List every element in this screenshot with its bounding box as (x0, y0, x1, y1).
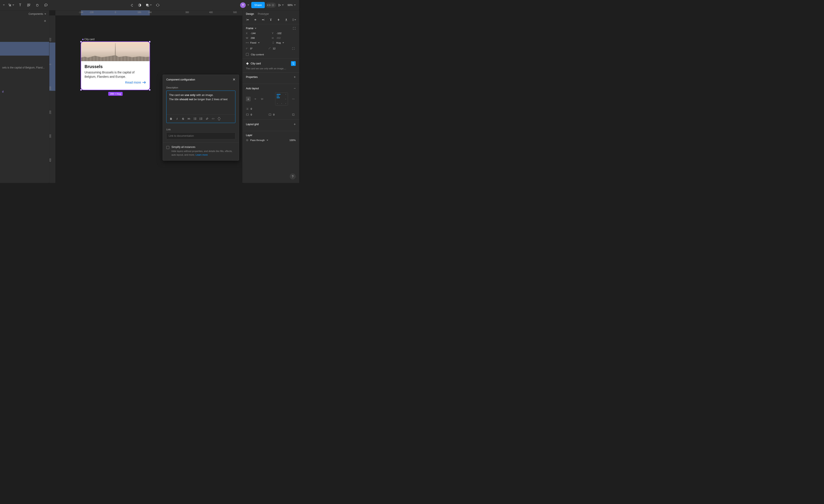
alignment-grid[interactable] (275, 93, 288, 105)
component-icon (246, 62, 249, 65)
move-tool[interactable] (7, 1, 15, 9)
component-tool[interactable] (127, 1, 135, 9)
x-field[interactable]: X-144 (246, 32, 270, 34)
simplify-label: Simplify all instances (172, 145, 235, 148)
bullet-list-button[interactable] (192, 116, 198, 121)
layer-text-row[interactable]: sels is the capital of Belgium, Fland... (0, 64, 49, 71)
code-button[interactable] (210, 116, 216, 121)
svg-rect-0 (27, 4, 28, 5)
align-right-icon[interactable] (261, 18, 265, 22)
layer-row[interactable] (0, 49, 49, 56)
help-button[interactable]: ? (290, 174, 296, 180)
resources-tool[interactable] (25, 1, 33, 9)
align-vcenter-icon[interactable] (276, 18, 281, 22)
present-button[interactable] (277, 1, 285, 9)
svg-point-12 (194, 118, 194, 119)
resize-handle[interactable] (80, 89, 82, 91)
radius-field[interactable]: 12 (269, 47, 289, 50)
italic-button[interactable]: I (174, 116, 180, 121)
description-label: Description (166, 86, 235, 89)
add-page-button[interactable]: + (44, 19, 46, 23)
simplify-help-text: Hide layers without properties, and deta… (172, 149, 235, 157)
heading-button[interactable]: H1 (186, 116, 192, 121)
dev-mode-toggle[interactable] (266, 3, 276, 8)
direction-vertical-button[interactable] (246, 97, 250, 101)
bold-button[interactable]: B (168, 116, 174, 121)
padding-h-field[interactable]: 0 (246, 113, 266, 116)
simplify-checkbox[interactable] (166, 146, 169, 149)
resize-handle[interactable] (149, 41, 150, 42)
clip-content-label: Clip content (251, 53, 264, 56)
card-title: Brussels (85, 64, 146, 69)
h-mode-dropdown[interactable]: Hug (272, 41, 296, 44)
learn-more-link[interactable]: Learn more (196, 154, 208, 156)
user-avatar: T (240, 2, 246, 8)
frame-name-label[interactable]: City card (81, 38, 94, 41)
ruler-vertical: -102 0 100 200 300 400 (49, 15, 56, 183)
y-field[interactable]: Y-102 (272, 32, 296, 34)
rotation-field[interactable]: 0° (246, 47, 266, 50)
arrow-right-icon (142, 81, 146, 84)
resize-handle[interactable] (149, 89, 150, 91)
opacity-field[interactable]: 100% (290, 139, 296, 141)
link-label: Link (166, 128, 235, 131)
close-button[interactable]: ✕ (233, 78, 235, 82)
direction-wrap-button[interactable] (260, 97, 265, 101)
svg-point-43 (293, 63, 293, 63)
left-panel-tab[interactable]: Components (0, 10, 49, 18)
boolean-tool[interactable] (144, 1, 153, 9)
svg-text:3: 3 (200, 119, 200, 120)
canvas[interactable]: -144 -100 0 100 144 300 400 500 -102 0 1… (49, 10, 242, 183)
w-mode-dropdown[interactable]: Fixed (246, 41, 270, 44)
fit-icon[interactable] (293, 27, 296, 30)
main-menu-dropdown[interactable] (2, 1, 6, 9)
w-field[interactable]: W288 (246, 37, 270, 39)
clip-content-checkbox[interactable] (246, 53, 249, 56)
direction-horizontal-button[interactable] (253, 97, 258, 101)
dimensions-badge: 288 × Hug (108, 92, 122, 96)
individual-padding-button[interactable] (291, 112, 296, 117)
distribute-icon[interactable] (292, 18, 296, 22)
component-preview-desc: The card we use only with an image.... (246, 67, 296, 70)
text-tool[interactable]: T (16, 1, 24, 9)
selected-frame[interactable]: Brussels Unassuming Brussels is the capi… (81, 42, 150, 90)
padding-v-field[interactable]: 0 (269, 113, 289, 116)
align-bottom-icon[interactable] (284, 18, 288, 22)
h-field[interactable]: H202 (272, 37, 296, 39)
add-property-button[interactable]: + (294, 75, 296, 79)
link-button[interactable] (204, 116, 210, 121)
resize-handle[interactable] (80, 41, 82, 42)
user-menu[interactable]: T (239, 1, 250, 9)
strikethrough-button[interactable]: S (180, 116, 186, 121)
description-editor[interactable]: The card we use only with an image. The … (166, 91, 235, 123)
component-settings-button[interactable] (291, 61, 296, 66)
description-text[interactable]: The card we use only with an image. The … (167, 91, 235, 114)
add-grid-button[interactable]: + (294, 122, 296, 126)
blend-mode-dropdown[interactable]: Pass through (246, 139, 287, 141)
svg-point-59 (247, 140, 247, 140)
layer-row[interactable] (0, 42, 49, 49)
codeblock-button[interactable] (216, 116, 222, 121)
numbered-list-button[interactable]: 123 (198, 116, 204, 121)
card-image (81, 42, 149, 61)
share-button[interactable]: Share (251, 2, 265, 8)
link-input[interactable] (166, 132, 235, 139)
zoom-dropdown[interactable]: 98% (286, 4, 297, 7)
layer-component-row[interactable]: d (0, 88, 49, 95)
dev-handoff-tool[interactable] (154, 1, 162, 9)
comment-tool[interactable] (42, 1, 50, 9)
autolayout-more-button[interactable]: ⋯ (291, 97, 296, 101)
svg-point-10 (194, 118, 194, 118)
svg-rect-57 (293, 114, 294, 115)
individual-corners-button[interactable] (291, 46, 296, 51)
gap-field[interactable]: 0 (246, 108, 296, 110)
hand-tool[interactable] (33, 1, 41, 9)
remove-autolayout-button[interactable]: − (294, 87, 296, 90)
align-hcenter-icon[interactable] (253, 18, 258, 22)
align-left-icon[interactable] (245, 18, 250, 22)
align-top-icon[interactable] (269, 18, 273, 22)
tab-prototype[interactable]: Prototype (258, 12, 269, 15)
mask-tool[interactable] (136, 1, 143, 9)
tab-design[interactable]: Design (246, 12, 254, 15)
top-toolbar: T T Share 98% (0, 0, 299, 10)
